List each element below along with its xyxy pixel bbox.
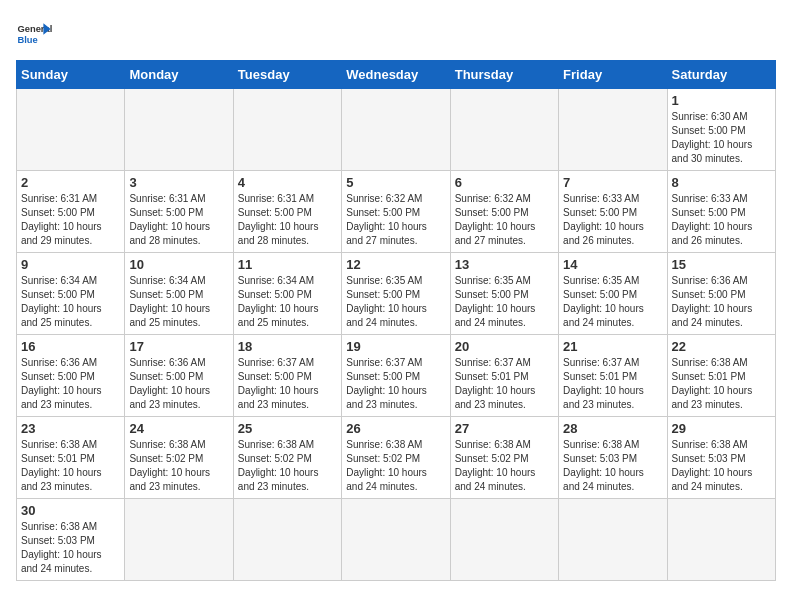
day-info: Sunrise: 6:38 AM Sunset: 5:01 PM Dayligh… xyxy=(672,356,771,412)
day-number: 17 xyxy=(129,339,228,354)
day-number: 15 xyxy=(672,257,771,272)
day-cell xyxy=(667,499,775,581)
day-cell: 2Sunrise: 6:31 AM Sunset: 5:00 PM Daylig… xyxy=(17,171,125,253)
day-info: Sunrise: 6:38 AM Sunset: 5:02 PM Dayligh… xyxy=(346,438,445,494)
day-cell: 12Sunrise: 6:35 AM Sunset: 5:00 PM Dayli… xyxy=(342,253,450,335)
day-cell: 24Sunrise: 6:38 AM Sunset: 5:02 PM Dayli… xyxy=(125,417,233,499)
day-cell xyxy=(450,499,558,581)
day-cell: 28Sunrise: 6:38 AM Sunset: 5:03 PM Dayli… xyxy=(559,417,667,499)
day-cell: 16Sunrise: 6:36 AM Sunset: 5:00 PM Dayli… xyxy=(17,335,125,417)
day-cell: 5Sunrise: 6:32 AM Sunset: 5:00 PM Daylig… xyxy=(342,171,450,253)
day-number: 2 xyxy=(21,175,120,190)
week-row-2: 2Sunrise: 6:31 AM Sunset: 5:00 PM Daylig… xyxy=(17,171,776,253)
day-number: 8 xyxy=(672,175,771,190)
day-number: 3 xyxy=(129,175,228,190)
week-row-4: 16Sunrise: 6:36 AM Sunset: 5:00 PM Dayli… xyxy=(17,335,776,417)
day-info: Sunrise: 6:38 AM Sunset: 5:02 PM Dayligh… xyxy=(129,438,228,494)
weekday-header-sunday: Sunday xyxy=(17,61,125,89)
day-info: Sunrise: 6:33 AM Sunset: 5:00 PM Dayligh… xyxy=(563,192,662,248)
day-number: 1 xyxy=(672,93,771,108)
day-number: 19 xyxy=(346,339,445,354)
day-cell: 23Sunrise: 6:38 AM Sunset: 5:01 PM Dayli… xyxy=(17,417,125,499)
calendar-header: General Blue xyxy=(16,16,776,52)
day-info: Sunrise: 6:37 AM Sunset: 5:01 PM Dayligh… xyxy=(563,356,662,412)
day-info: Sunrise: 6:31 AM Sunset: 5:00 PM Dayligh… xyxy=(238,192,337,248)
day-cell: 27Sunrise: 6:38 AM Sunset: 5:02 PM Dayli… xyxy=(450,417,558,499)
day-info: Sunrise: 6:34 AM Sunset: 5:00 PM Dayligh… xyxy=(21,274,120,330)
day-cell: 10Sunrise: 6:34 AM Sunset: 5:00 PM Dayli… xyxy=(125,253,233,335)
day-number: 16 xyxy=(21,339,120,354)
day-number: 26 xyxy=(346,421,445,436)
day-cell: 1Sunrise: 6:30 AM Sunset: 5:00 PM Daylig… xyxy=(667,89,775,171)
day-cell: 4Sunrise: 6:31 AM Sunset: 5:00 PM Daylig… xyxy=(233,171,341,253)
day-info: Sunrise: 6:33 AM Sunset: 5:00 PM Dayligh… xyxy=(672,192,771,248)
calendar-table: SundayMondayTuesdayWednesdayThursdayFrid… xyxy=(16,60,776,581)
day-number: 28 xyxy=(563,421,662,436)
week-row-1: 1Sunrise: 6:30 AM Sunset: 5:00 PM Daylig… xyxy=(17,89,776,171)
day-info: Sunrise: 6:32 AM Sunset: 5:00 PM Dayligh… xyxy=(455,192,554,248)
day-number: 20 xyxy=(455,339,554,354)
day-info: Sunrise: 6:38 AM Sunset: 5:02 PM Dayligh… xyxy=(455,438,554,494)
day-cell: 7Sunrise: 6:33 AM Sunset: 5:00 PM Daylig… xyxy=(559,171,667,253)
day-info: Sunrise: 6:38 AM Sunset: 5:03 PM Dayligh… xyxy=(672,438,771,494)
day-info: Sunrise: 6:31 AM Sunset: 5:00 PM Dayligh… xyxy=(21,192,120,248)
week-row-5: 23Sunrise: 6:38 AM Sunset: 5:01 PM Dayli… xyxy=(17,417,776,499)
logo: General Blue xyxy=(16,16,52,52)
weekday-header-wednesday: Wednesday xyxy=(342,61,450,89)
day-info: Sunrise: 6:32 AM Sunset: 5:00 PM Dayligh… xyxy=(346,192,445,248)
week-row-3: 9Sunrise: 6:34 AM Sunset: 5:00 PM Daylig… xyxy=(17,253,776,335)
day-cell xyxy=(233,499,341,581)
day-cell: 29Sunrise: 6:38 AM Sunset: 5:03 PM Dayli… xyxy=(667,417,775,499)
day-info: Sunrise: 6:38 AM Sunset: 5:03 PM Dayligh… xyxy=(563,438,662,494)
day-cell: 17Sunrise: 6:36 AM Sunset: 5:00 PM Dayli… xyxy=(125,335,233,417)
day-number: 25 xyxy=(238,421,337,436)
day-cell: 18Sunrise: 6:37 AM Sunset: 5:00 PM Dayli… xyxy=(233,335,341,417)
day-cell xyxy=(342,499,450,581)
day-cell xyxy=(450,89,558,171)
day-number: 12 xyxy=(346,257,445,272)
day-info: Sunrise: 6:37 AM Sunset: 5:00 PM Dayligh… xyxy=(238,356,337,412)
day-info: Sunrise: 6:38 AM Sunset: 5:03 PM Dayligh… xyxy=(21,520,120,576)
weekday-header-saturday: Saturday xyxy=(667,61,775,89)
day-number: 18 xyxy=(238,339,337,354)
day-cell: 14Sunrise: 6:35 AM Sunset: 5:00 PM Dayli… xyxy=(559,253,667,335)
weekday-header-monday: Monday xyxy=(125,61,233,89)
day-cell: 25Sunrise: 6:38 AM Sunset: 5:02 PM Dayli… xyxy=(233,417,341,499)
day-number: 14 xyxy=(563,257,662,272)
day-info: Sunrise: 6:37 AM Sunset: 5:00 PM Dayligh… xyxy=(346,356,445,412)
day-number: 23 xyxy=(21,421,120,436)
day-info: Sunrise: 6:30 AM Sunset: 5:00 PM Dayligh… xyxy=(672,110,771,166)
week-row-6: 30Sunrise: 6:38 AM Sunset: 5:03 PM Dayli… xyxy=(17,499,776,581)
day-number: 10 xyxy=(129,257,228,272)
day-info: Sunrise: 6:31 AM Sunset: 5:00 PM Dayligh… xyxy=(129,192,228,248)
day-cell: 22Sunrise: 6:38 AM Sunset: 5:01 PM Dayli… xyxy=(667,335,775,417)
day-cell: 15Sunrise: 6:36 AM Sunset: 5:00 PM Dayli… xyxy=(667,253,775,335)
day-info: Sunrise: 6:36 AM Sunset: 5:00 PM Dayligh… xyxy=(21,356,120,412)
day-number: 30 xyxy=(21,503,120,518)
day-info: Sunrise: 6:37 AM Sunset: 5:01 PM Dayligh… xyxy=(455,356,554,412)
day-cell: 21Sunrise: 6:37 AM Sunset: 5:01 PM Dayli… xyxy=(559,335,667,417)
day-info: Sunrise: 6:38 AM Sunset: 5:01 PM Dayligh… xyxy=(21,438,120,494)
day-cell xyxy=(233,89,341,171)
day-cell: 6Sunrise: 6:32 AM Sunset: 5:00 PM Daylig… xyxy=(450,171,558,253)
day-info: Sunrise: 6:36 AM Sunset: 5:00 PM Dayligh… xyxy=(672,274,771,330)
day-cell: 19Sunrise: 6:37 AM Sunset: 5:00 PM Dayli… xyxy=(342,335,450,417)
day-number: 29 xyxy=(672,421,771,436)
day-cell: 13Sunrise: 6:35 AM Sunset: 5:00 PM Dayli… xyxy=(450,253,558,335)
day-number: 6 xyxy=(455,175,554,190)
day-cell: 8Sunrise: 6:33 AM Sunset: 5:00 PM Daylig… xyxy=(667,171,775,253)
weekday-header-friday: Friday xyxy=(559,61,667,89)
day-cell xyxy=(125,499,233,581)
day-info: Sunrise: 6:35 AM Sunset: 5:00 PM Dayligh… xyxy=(346,274,445,330)
day-cell: 30Sunrise: 6:38 AM Sunset: 5:03 PM Dayli… xyxy=(17,499,125,581)
weekday-header-thursday: Thursday xyxy=(450,61,558,89)
day-number: 9 xyxy=(21,257,120,272)
day-info: Sunrise: 6:35 AM Sunset: 5:00 PM Dayligh… xyxy=(455,274,554,330)
day-info: Sunrise: 6:38 AM Sunset: 5:02 PM Dayligh… xyxy=(238,438,337,494)
day-number: 13 xyxy=(455,257,554,272)
day-info: Sunrise: 6:34 AM Sunset: 5:00 PM Dayligh… xyxy=(129,274,228,330)
day-cell: 3Sunrise: 6:31 AM Sunset: 5:00 PM Daylig… xyxy=(125,171,233,253)
day-info: Sunrise: 6:36 AM Sunset: 5:00 PM Dayligh… xyxy=(129,356,228,412)
day-number: 24 xyxy=(129,421,228,436)
svg-text:Blue: Blue xyxy=(17,35,37,45)
